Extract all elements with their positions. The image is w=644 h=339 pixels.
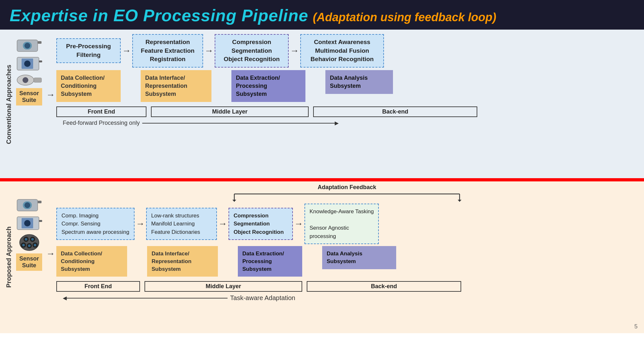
datainterface2-box: Data Interface/RepresentationSubsystem bbox=[147, 246, 218, 277]
compression2-box: CompressionSegmentationObject Recognitio… bbox=[229, 208, 293, 240]
camera3-icon bbox=[16, 73, 42, 87]
arrow-sensor-preprocess: → bbox=[45, 90, 56, 100]
datacollection2-box: Data Collection/ConditioningSubsystem bbox=[56, 246, 127, 277]
pipeline-top-row: Pre-ProcessingFiltering → Representation… bbox=[56, 34, 638, 68]
feedback-svg-wrapper: Adaptation Feedback bbox=[202, 184, 492, 202]
svg-point-27 bbox=[22, 244, 25, 246]
svg-rect-14 bbox=[38, 201, 42, 203]
svg-rect-9 bbox=[34, 78, 42, 82]
tier-frontend-bottom: Front End bbox=[56, 281, 140, 292]
arrow4: → bbox=[135, 219, 146, 229]
svg-rect-18 bbox=[39, 220, 42, 222]
preprocessing-box: Pre-ProcessingFiltering bbox=[56, 38, 121, 63]
feedforward-row: Feed-forward Processing only bbox=[56, 120, 638, 126]
tier-frontend-top: Front End bbox=[56, 106, 146, 117]
tier-row-top: Front End Middle Layer Back-end bbox=[56, 106, 638, 117]
pipeline-bottom-row: Data Collection/ConditioningSubsystem Da… bbox=[56, 70, 638, 102]
page-header: Expertise in EO Processing Pipeline (Ada… bbox=[0, 0, 644, 30]
svg-point-6 bbox=[24, 60, 31, 67]
svg-point-26 bbox=[31, 238, 34, 241]
arrow6: → bbox=[293, 219, 304, 229]
arrow5: → bbox=[217, 219, 229, 229]
proposed-label: Proposed Approach bbox=[3, 226, 16, 288]
adaptation-feedback-text: Adaptation Feedback bbox=[318, 184, 376, 191]
page-title-main: Expertise in EO Processing Pipeline bbox=[10, 6, 308, 25]
context-box: Context AwarenessMultimodal FusionBehavi… bbox=[300, 34, 384, 68]
dataanalysis2-box: Data AnalysisSubsystem bbox=[322, 246, 396, 269]
dataextraction2-box: Data Extraction/ProcessingSubsystem bbox=[238, 246, 302, 277]
svg-marker-34 bbox=[458, 200, 462, 202]
svg-point-29 bbox=[34, 244, 36, 246]
arrow1: → bbox=[121, 46, 132, 56]
svg-point-10 bbox=[23, 77, 28, 83]
tier-middle-top: Middle Layer bbox=[151, 106, 309, 117]
pipeline-bottom-bottom-row: Data Collection/ConditioningSubsystem Da… bbox=[56, 246, 638, 277]
sensor-label-top: SensorSuite bbox=[16, 88, 42, 105]
taskaware-text: Task-aware Adaptation bbox=[230, 294, 295, 302]
sensor-suite-top: SensorSuite bbox=[16, 37, 42, 105]
camera-icons-bottom bbox=[16, 197, 42, 252]
camera-icons-top bbox=[16, 37, 42, 87]
pipeline-bottom: Adaptation Feedback Comp. I bbox=[56, 184, 638, 302]
dataextraction-box: Data Extraction/ProcessingSubsystem bbox=[231, 70, 305, 102]
svg-marker-33 bbox=[232, 200, 236, 202]
pipeline-bottom-top-row: Comp. ImagingCompr. SensingSpectrum awar… bbox=[56, 204, 638, 244]
proposed-panel: Proposed Approach bbox=[0, 181, 644, 333]
svg-rect-7 bbox=[39, 60, 42, 62]
slide-number: 5 bbox=[634, 323, 638, 330]
knowledge-box: Knowledge-Aware TaskingSensor Agnosticpr… bbox=[304, 204, 379, 244]
tier-row-bottom: Front End Middle Layer Back-end bbox=[56, 281, 638, 292]
svg-point-2 bbox=[24, 43, 30, 49]
datacollection-box: Data Collection/ConditioningSubsystem bbox=[56, 70, 121, 102]
camera6-icon bbox=[16, 233, 42, 252]
svg-point-28 bbox=[28, 244, 31, 247]
taskaware-arrow bbox=[63, 295, 228, 301]
arrow2: → bbox=[203, 46, 215, 56]
lowrank-box: Low-rank structuresManifold LearningFeat… bbox=[146, 208, 217, 240]
camera1-icon bbox=[16, 37, 42, 54]
dataanalysis-box: Data AnalysisSubsystem bbox=[325, 70, 393, 94]
datainterface-box: Data Interface/RepresentationSubsystem bbox=[141, 70, 211, 102]
red-separator bbox=[0, 178, 644, 181]
tier-backend-bottom: Back-end bbox=[307, 281, 461, 292]
feedback-arrow-svg bbox=[202, 191, 492, 202]
adaptation-feedback-row: Adaptation Feedback bbox=[56, 184, 638, 202]
svg-point-25 bbox=[25, 238, 27, 241]
representation-box: RepresentationFeature ExtractionRegistra… bbox=[132, 34, 203, 68]
conventional-panel: Conventional Approaches bbox=[0, 30, 644, 178]
arrow-sensor-bottom: → bbox=[45, 249, 56, 259]
page-title-sub: (Adaptation using feedback loop) bbox=[313, 11, 496, 24]
taskaware-row: Task-aware Adaptation bbox=[56, 294, 638, 302]
compression-box: CompressionSegmentationObject Recognitio… bbox=[215, 34, 289, 68]
feedforward-text: Feed-forward Processing only bbox=[63, 120, 140, 126]
camera5-icon bbox=[16, 215, 42, 232]
camera4-icon bbox=[16, 197, 42, 214]
sensor-suite-bottom: SensorSuite bbox=[16, 197, 42, 271]
tier-backend-top: Back-end bbox=[313, 106, 477, 117]
tier-middle-bottom: Middle Layer bbox=[145, 281, 302, 292]
compimaging-box: Comp. ImagingCompr. SensingSpectrum awar… bbox=[56, 208, 135, 240]
svg-point-17 bbox=[24, 220, 31, 226]
svg-point-13 bbox=[24, 202, 30, 208]
pipeline-top: Pre-ProcessingFiltering → Representation… bbox=[56, 34, 638, 126]
sensor-label-bottom: SensorSuite bbox=[16, 253, 42, 271]
svg-rect-3 bbox=[38, 41, 42, 44]
camera2-icon bbox=[16, 55, 42, 72]
arrow3: → bbox=[289, 46, 300, 56]
feedforward-arrow bbox=[142, 120, 339, 126]
conventional-label: Conventional Approaches bbox=[3, 65, 16, 144]
